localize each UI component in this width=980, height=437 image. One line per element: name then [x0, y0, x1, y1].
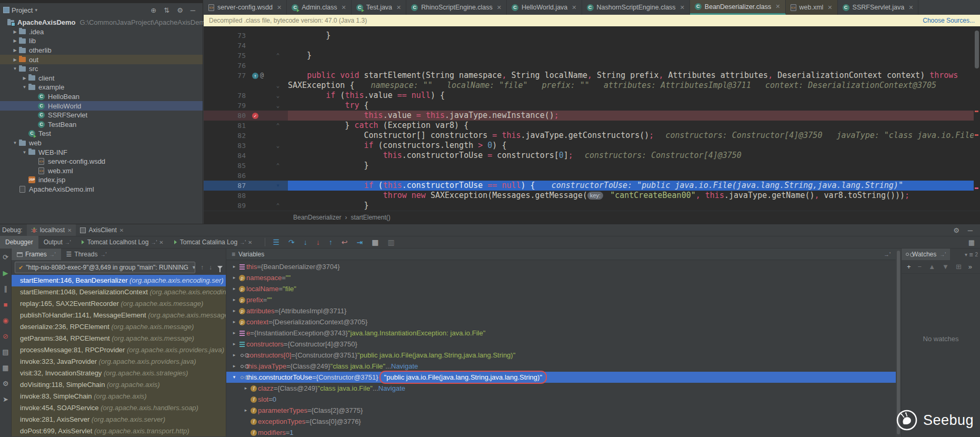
watches-header-icons[interactable]: ▾≣2 — [965, 252, 980, 257]
frame-row[interactable]: replay:165, SAX2EventRecorder (org.apach… — [12, 298, 226, 310]
project-item-out[interactable]: ▶out — [0, 55, 203, 64]
expand-arrow-icon[interactable]: ▸ — [231, 361, 238, 372]
variable-row-prefix[interactable]: ▸pprefix = "" — [226, 294, 896, 305]
variable-row-this-constructortouse[interactable]: ▾this.constructorToUse = {Constructor@37… — [226, 372, 896, 383]
variable-row-namespace[interactable]: ▸pnamespace = "" — [226, 272, 896, 283]
close-icon[interactable]: ✕ — [497, 4, 502, 11]
frame-row[interactable]: startElement:146, BeanDeserializer (org.… — [12, 275, 226, 286]
expand-arrow-icon[interactable]: ▸ — [231, 261, 238, 272]
variable-row-e[interactable]: ▸e = {InstantiationException@3743} "java… — [226, 327, 896, 339]
hide-frames-filter-icon[interactable] — [217, 266, 223, 269]
run-to-cursor-icon[interactable]: ⇥ — [356, 238, 363, 246]
project-item-helloworld[interactable]: CHelloWorld — [0, 101, 203, 111]
gutter[interactable]: 81⌃ — [204, 121, 288, 131]
frame-row[interactable]: doPost:699, AxisServlet (org.apache.axis… — [12, 425, 226, 436]
error-stripe-mark[interactable] — [975, 187, 978, 189]
expand-arrow-icon[interactable]: ▸ — [231, 350, 238, 361]
gutter[interactable]: 75⌃ — [204, 51, 288, 61]
project-item-testbean[interactable]: CTestBean — [0, 120, 203, 130]
breadcrumb-method[interactable]: startElement() — [351, 214, 390, 221]
close-icon[interactable]: ✕ — [827, 4, 832, 11]
frame-row[interactable]: invoke:83, SimpleChain (org.apache.axis) — [12, 391, 226, 402]
tab-threads[interactable]: ☰ Threads→' — [61, 249, 112, 260]
variable-row-context[interactable]: ▸pcontext = {DeserializationContext@3705… — [226, 316, 896, 327]
expand-arrow-icon[interactable]: ▸ — [242, 383, 249, 394]
tool-tab-tomcat-localhost-log[interactable]: Tomcat Localhost Log→'✕ — [76, 236, 169, 249]
override-marker-icon[interactable]: ↑ — [252, 73, 258, 79]
gutter[interactable]: 73 — [204, 31, 288, 41]
minimize-icon[interactable]: ─ — [968, 226, 973, 234]
code-editor[interactable]: 73 }7475⌃ }7677↑@ public void startEleme… — [204, 26, 980, 211]
restore-layout-icon[interactable]: ▦ — [2, 364, 8, 372]
expand-arrow-icon[interactable]: ▸ — [231, 294, 238, 305]
fold-marker-icon[interactable]: ⌃ — [268, 161, 288, 171]
gutter[interactable]: 76 — [204, 61, 288, 71]
tab-nashornscriptengine-class[interactable]: CNashornScriptEngine.class✕ — [582, 0, 690, 15]
expand-arrow-icon[interactable]: ▼ — [21, 150, 28, 155]
variable-row-constructors[interactable]: ▸constructors = {Constructor[4]@3750} — [226, 339, 896, 350]
variable-row-attributes[interactable]: ▸pattributes = {AttributesImpl@3711} — [226, 305, 896, 316]
tab-beandeserializer-class[interactable]: CBeanDeserializer.class✕ — [690, 0, 786, 15]
debug-tab-axisclient[interactable]: AxisClient✕ — [76, 224, 128, 236]
tool-tab-output[interactable]: Output→' — [38, 236, 76, 249]
variable-row-this-javatype[interactable]: ▸this.javaType = {Class@249} "class java… — [226, 361, 896, 372]
thread-dump-icon[interactable]: ▤ — [2, 349, 8, 356]
project-item-ssrfservlet[interactable]: CSSRFServlet — [0, 111, 203, 120]
variable-row-exceptiontypes[interactable]: fexceptionTypes = {Class[0]@3776} — [226, 416, 896, 427]
frame-row[interactable]: processMessage:81, RPCProvider (org.apac… — [12, 344, 226, 356]
move-down-icon[interactable]: ▼ — [942, 263, 949, 271]
gutter[interactable]: 85⌃ — [204, 161, 288, 171]
variable-row-constructors-0-[interactable]: ▸constructors[0] = {Constructor@3751} "p… — [226, 350, 896, 361]
close-icon[interactable]: ✕ — [680, 4, 685, 11]
move-up-icon[interactable]: ▲ — [928, 263, 935, 271]
close-icon[interactable]: ✕ — [572, 4, 576, 11]
fold-marker-icon[interactable] — [268, 71, 288, 81]
fold-marker-icon[interactable] — [268, 61, 288, 71]
fold-marker-icon[interactable]: ⌃ — [268, 121, 288, 131]
navigate-link[interactable]: Navigate — [378, 383, 405, 394]
variable-row-clazz[interactable]: ▸fclazz = {Class@249} "class java.io.Fil… — [226, 383, 896, 394]
gutter[interactable]: 88 — [204, 191, 288, 201]
duplicate-watch-icon[interactable]: ⊞ — [956, 263, 962, 271]
close-icon[interactable]: ✕ — [775, 3, 780, 10]
fold-marker-icon[interactable]: ⌄ — [268, 91, 288, 101]
fold-marker-icon[interactable] — [268, 151, 288, 161]
expand-arrow-icon[interactable]: ▶ — [12, 38, 18, 43]
project-item-index-jsp[interactable]: JSPindex.jsp — [0, 175, 203, 185]
expand-arrow-icon[interactable]: ▼ — [12, 66, 18, 71]
view-breakpoints-icon[interactable]: ◉ — [3, 317, 8, 324]
tab-helloworld-java[interactable]: CHelloWorld.java✕ — [507, 0, 582, 15]
close-icon[interactable]: ✕ — [159, 240, 163, 245]
project-item-web[interactable]: ▼web — [0, 138, 203, 148]
fold-marker-icon[interactable] — [268, 41, 288, 51]
expand-arrow-icon[interactable]: ▸ — [231, 283, 238, 294]
project-item--idea[interactable]: ▶.idea — [0, 27, 203, 37]
fold-marker-icon[interactable]: ⌄ — [268, 101, 288, 111]
frame-row[interactable]: visit:32, InvocationStrategy (org.apache… — [12, 368, 226, 379]
expand-arrow-icon[interactable]: ▶ — [12, 29, 18, 34]
debug-tab-localhost[interactable]: localhost✕ — [27, 224, 76, 236]
variables-scrollbar[interactable] — [896, 249, 901, 436]
frame-row[interactable]: deserialize:236, RPCElement (org.apache.… — [12, 321, 226, 333]
breakpoint-icon[interactable]: ✓ — [252, 113, 258, 119]
show-execution-point-icon[interactable]: ☰ — [273, 238, 279, 246]
project-item-otherlib[interactable]: ▶otherlib — [0, 46, 203, 55]
choose-sources-link[interactable]: Choose Sources... — [923, 17, 975, 24]
expand-arrow-icon[interactable]: ▼ — [21, 85, 28, 90]
step-into-icon[interactable]: ↓ — [304, 238, 307, 246]
resume-icon[interactable]: ▶ — [3, 270, 8, 277]
gutter[interactable]: 79⌄ — [204, 101, 288, 111]
project-item-apacheaxisdemo-iml[interactable]: ApacheAxisDemo.iml — [0, 185, 203, 194]
step-over-icon[interactable]: ↷ — [288, 238, 295, 246]
gutter[interactable]: 74 — [204, 41, 288, 51]
expand-arrow-icon[interactable]: ▶ — [21, 76, 28, 81]
scrollbar-thumb[interactable] — [897, 251, 900, 434]
expand-arrow-icon[interactable]: ▶ — [12, 57, 18, 62]
frame-row[interactable]: publishToHandler:1141, MessageElement (o… — [12, 310, 226, 321]
close-icon[interactable]: ✕ — [396, 4, 401, 11]
close-icon[interactable]: ✕ — [342, 4, 346, 11]
fold-marker-icon[interactable]: ⌃ — [268, 51, 288, 61]
tool-tab-tomcat-catalina-log[interactable]: Tomcat Catalina Log→'✕ — [169, 236, 258, 249]
project-item-web-xml[interactable]: <>web.xml — [0, 166, 203, 176]
project-item-server-config-wsdd[interactable]: <>server-config.wsdd — [0, 157, 203, 166]
